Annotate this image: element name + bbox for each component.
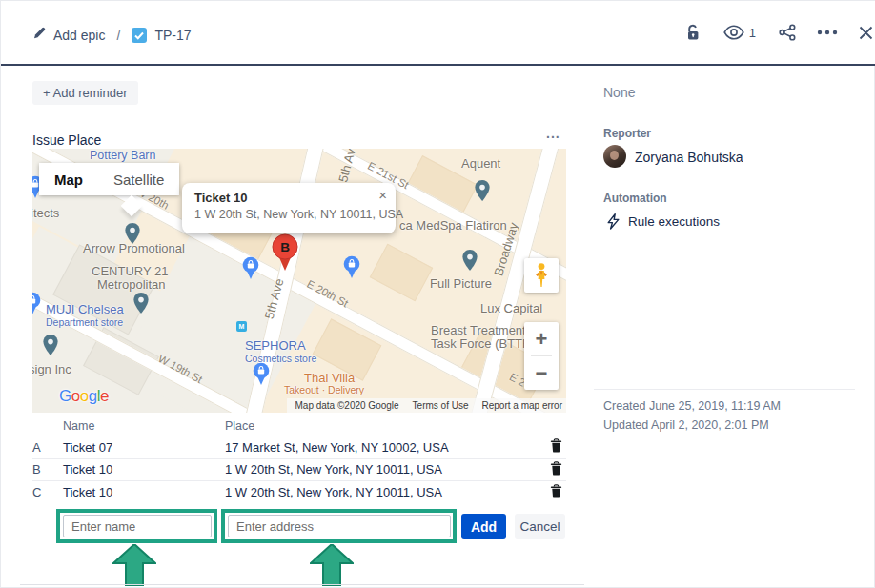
map-label: Breast Treatment	[431, 323, 526, 337]
breadcrumb-issue-key[interactable]: TP-17	[154, 28, 191, 43]
table-header-row: Name Place	[32, 416, 566, 436]
map-label: Thai Villa	[304, 371, 355, 385]
shopping-pin-icon	[343, 255, 360, 283]
subway-icon: M	[236, 321, 247, 332]
table-row: B Ticket 10 1 W 20th St, New York, NY 10…	[32, 459, 566, 482]
tooltip-address: 1 W 20th St, New York, NY 10011, USA	[194, 208, 384, 221]
rule-executions-link[interactable]: Rule executions	[607, 213, 720, 230]
zoom-in-button[interactable]: +	[524, 322, 559, 355]
shopping-pin-icon	[253, 362, 270, 390]
poi-pin-icon	[475, 180, 490, 205]
pegman-streetview-control[interactable]	[524, 258, 559, 293]
row-place: 17 Market St, New York, NY 10002, USA	[225, 440, 538, 455]
marker-B-icon[interactable]: B	[271, 233, 299, 275]
map-label: itects	[32, 206, 59, 220]
topbar-actions: 1	[685, 24, 875, 41]
tooltip-title: Ticket 10	[194, 191, 384, 205]
map-label: Aquent	[461, 156, 500, 171]
task-type-icon[interactable]	[132, 28, 147, 43]
marker-tooltip: Ticket 10 1 W 20th St, New York, NY 1001…	[182, 183, 396, 233]
map-label: Takeout · Delivery	[284, 384, 364, 395]
watch-count: 1	[749, 26, 756, 40]
breadcrumb: Add epic / TP-17	[32, 27, 192, 44]
map-label: SEPHORA	[245, 338, 306, 353]
map-label: Full Picture	[430, 276, 492, 291]
satellite-button[interactable]: Satellite	[98, 163, 179, 195]
reporter-label: Reporter	[603, 127, 651, 140]
annotation-arrow-up-icon	[310, 544, 354, 586]
col-header-name: Name	[63, 419, 225, 433]
more-actions-icon[interactable]	[817, 30, 838, 35]
map-canvas[interactable]: Map Satellite Ticket 10 1 W 20th St, New…	[32, 149, 566, 413]
poi-pin-icon	[43, 335, 58, 359]
breadcrumb-add-epic[interactable]: Add epic	[53, 28, 105, 43]
watch-eye-icon[interactable]	[723, 25, 744, 40]
row-letter: B	[32, 462, 63, 476]
shopping-pin-icon	[32, 292, 41, 319]
row-place: 1 W 20th St, New York, NY 10011, USA	[225, 462, 538, 476]
map-data-text: Map data ©2020 Google	[295, 400, 398, 411]
breadcrumb-separator: /	[116, 28, 120, 43]
shopping-pin-icon	[242, 256, 259, 284]
report-error-link[interactable]: Report a map error	[482, 400, 562, 411]
automation-label: Automation	[603, 192, 667, 205]
col-header-place: Place	[225, 419, 538, 433]
issue-place-more-button[interactable]: ...	[546, 126, 560, 141]
share-icon[interactable]	[779, 24, 796, 41]
address-input[interactable]	[228, 515, 451, 537]
map-label: Department store	[46, 316, 123, 328]
row-letter: A	[32, 440, 63, 455]
add-reminder-button[interactable]: + Add reminder	[32, 81, 138, 105]
delete-trash-icon[interactable]	[546, 436, 566, 457]
map-type-control: Map Satellite	[39, 163, 179, 195]
row-name: Ticket 07	[63, 440, 225, 455]
add-button[interactable]: Add	[461, 514, 506, 539]
table-row: A Ticket 07 17 Market St, New York, NY 1…	[32, 436, 566, 459]
section-divider	[20, 584, 584, 585]
delete-trash-icon[interactable]	[546, 459, 566, 480]
map-label: Pottery Barn	[90, 149, 155, 162]
name-input[interactable]	[63, 515, 212, 537]
row-name: Ticket 10	[63, 485, 225, 499]
row-letter: C	[32, 485, 63, 499]
poi-pin-icon	[133, 293, 149, 317]
map-label: Task Force (BTTF)	[431, 336, 534, 351]
close-icon[interactable]	[859, 26, 873, 40]
issue-place-title: Issue Place	[32, 132, 101, 148]
map-building	[370, 244, 433, 302]
table-row: C Ticket 10 1 W 20th St, New York, NY 10…	[32, 481, 566, 504]
lightning-bolt-icon	[607, 213, 620, 230]
reporter-name: Zoryana Bohutska	[635, 150, 743, 165]
terms-link[interactable]: Terms of Use	[413, 400, 469, 411]
annotation-arrow-up-icon	[112, 544, 156, 586]
sidebar-divider	[594, 389, 855, 390]
tooltip-close-icon[interactable]: ×	[378, 188, 387, 202]
map-label: Metropolitan	[97, 277, 166, 292]
map-zoom-control: + −	[524, 322, 559, 390]
google-logo[interactable]: Google	[59, 387, 109, 406]
map-label: CENTURY 21	[92, 264, 168, 278]
issue-view: Add epic / TP-17 1 +	[0, 0, 875, 588]
delete-trash-icon[interactable]	[546, 482, 566, 503]
field-value-none: None	[603, 85, 635, 100]
lock-open-icon[interactable]	[685, 24, 701, 41]
updated-date: Updated April 2, 2020, 2:01 PM	[603, 418, 769, 432]
cancel-button[interactable]: Cancel	[515, 514, 565, 539]
map-attribution: Map data ©2020 Google Terms of Use Repor…	[287, 398, 566, 413]
zoom-out-button[interactable]: −	[524, 356, 559, 390]
top-bar: Add epic / TP-17 1	[1, 1, 875, 66]
pencil-icon	[32, 27, 46, 44]
created-date: Created June 25, 2019, 11:19 AM	[603, 399, 781, 413]
map-label: Lux Capital	[480, 301, 542, 315]
poi-pin-icon	[125, 223, 140, 248]
rule-executions-label: Rule executions	[628, 214, 720, 229]
map-label: sign Inc	[32, 362, 71, 376]
poi-pin-icon	[462, 250, 478, 274]
row-name: Ticket 10	[63, 462, 225, 476]
row-place: 1 W 20th St, New York, NY 10011, USA	[225, 485, 538, 499]
map-label: ca MedSpa Flatiron	[399, 218, 507, 233]
pegman-icon	[534, 263, 549, 288]
map-label: MUJI Chelsea	[46, 302, 124, 316]
map-button[interactable]: Map	[39, 163, 98, 195]
reporter-avatar[interactable]	[603, 145, 626, 168]
